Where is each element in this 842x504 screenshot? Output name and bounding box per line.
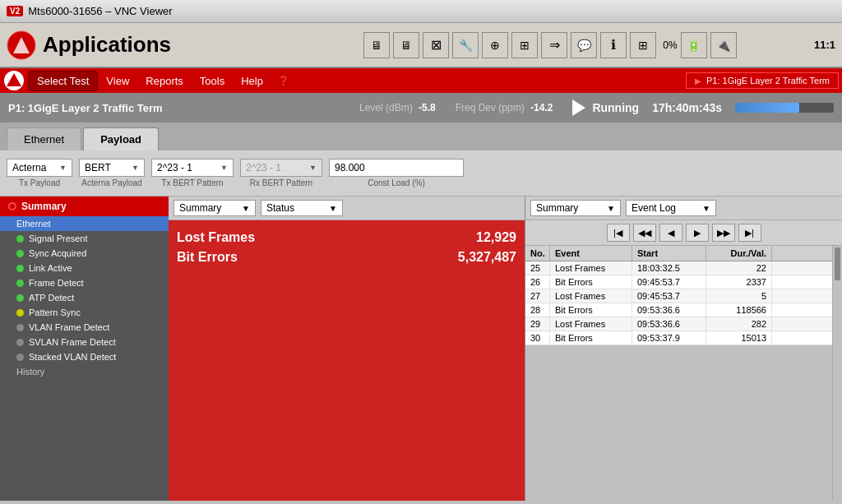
cell-dur: 2337 [706, 275, 772, 289]
acterna-payload-select[interactable]: BERT ▼ [79, 159, 145, 177]
center-status-select[interactable]: Status ▼ [261, 200, 343, 216]
toolbar-btn-screen[interactable]: 🖥 [393, 32, 419, 58]
titlebar-title: Mts6000-31656 – VNC Viewer [28, 5, 172, 17]
table-row: 28 Bit Errors 09:53:36.6 118566 [525, 303, 832, 317]
top-area: Applications 🖥 🖥 ⊠ 🔧 ⊕ ⊞ ⇒ 💬 ℹ ⊞ 0% 🔋 🔌 … [0, 23, 842, 68]
bit-errors-label: Bit Errors [177, 250, 238, 265]
cell-event: Bit Errors [550, 303, 632, 317]
cell-start: 09:45:53.7 [632, 275, 706, 289]
vlan-frame-dot [16, 324, 24, 331]
acterna-payload-col: BERT ▼ Acterna Payload [79, 159, 145, 187]
toolbar-btn-arrow[interactable]: ⇒ [541, 32, 567, 58]
nav-next-fast[interactable]: ▶▶ [712, 224, 735, 242]
right-event-log-select[interactable]: Event Log ▼ [626, 200, 716, 216]
nav-prev-fast[interactable]: ◀◀ [633, 224, 656, 242]
right-summary-select[interactable]: Summary ▼ [530, 200, 621, 216]
rx-bert-select[interactable]: 2^23 - 1 ▼ [240, 159, 322, 177]
tx-payload-select[interactable]: Acterna ▼ [7, 159, 72, 177]
titlebar: V2 Mts6000-31656 – VNC Viewer [0, 0, 842, 23]
toolbar-btn-grid2[interactable]: ⊞ [630, 32, 656, 58]
test-title: P1: 1GigE Layer 2 Traffic Term [8, 102, 359, 114]
toolbar-btn-tools[interactable]: 🔧 [452, 32, 479, 58]
lost-frames-row: Lost Frames 12,929 [177, 230, 516, 245]
pattern-sync-dot [16, 309, 24, 317]
sidebar-item-vlan-frame[interactable]: VLAN Frame Detect [0, 320, 169, 335]
svlan-frame-dot [16, 339, 24, 346]
freq-metric: Freq Dev (ppm) -14.2 [456, 102, 553, 113]
signal-present-dot [16, 235, 24, 243]
menu-item-help[interactable]: Help [233, 72, 271, 90]
tab-payload[interactable]: Payload [83, 127, 159, 150]
cell-dur: 15013 [706, 331, 772, 344]
sidebar-item-sync-acquired[interactable]: Sync Acquired [0, 246, 169, 261]
stacked-vlan-dot [16, 354, 24, 361]
lost-frames-label: Lost Frames [177, 230, 255, 245]
progress-fill [735, 103, 799, 113]
menubar: Select Test View Reports Tools Help ❓ P1… [0, 68, 842, 93]
col-header-event: Event [550, 246, 632, 261]
cell-dur: 118566 [706, 303, 772, 317]
tx-bert-select[interactable]: 2^23 - 1 ▼ [151, 159, 234, 177]
cell-event: Lost Frames [550, 261, 632, 275]
cell-start: 09:53:36.6 [632, 317, 706, 331]
nav-play[interactable]: ▶ [686, 224, 709, 242]
toolbar-btn-close[interactable]: ⊠ [423, 32, 449, 58]
sync-acquired-dot [16, 250, 24, 257]
toolbar-btn-monitor[interactable]: 🖥 [363, 32, 390, 58]
col-header-dur: Dur./Val. [706, 246, 772, 261]
center-summary-select[interactable]: Summary ▼ [173, 200, 256, 216]
toolbar-percent: 0% [663, 39, 677, 51]
help-icon: ❓ [278, 76, 289, 86]
const-load-col: Const Load (%) [329, 159, 464, 187]
cell-event: Bit Errors [550, 275, 632, 289]
nav-prev[interactable]: ◀ [659, 224, 682, 242]
toolbar-btn-info[interactable]: ℹ [600, 32, 627, 58]
toolbar-btn-expand[interactable]: ⊕ [482, 32, 508, 58]
event-controls: |◀ ◀◀ ◀ ▶ ▶▶ ▶| [525, 220, 842, 246]
app-title-area: Applications [7, 30, 286, 60]
table-row: 25 Lost Frames 18:03:32.5 22 [525, 261, 832, 275]
table-row: 29 Lost Frames 09:53:36.6 282 [525, 317, 832, 331]
const-load-label: Const Load (%) [329, 178, 464, 187]
statusbar: P1: 1GigE Layer 2 Traffic Term Level (dB… [0, 93, 842, 123]
const-load-input[interactable] [329, 159, 464, 177]
status-metrics: Level (dBm) -5.8 Freq Dev (ppm) -14.2 [359, 102, 553, 113]
right-panel-header: Summary ▼ Event Log ▼ [525, 197, 842, 220]
sidebar-item-link-active[interactable]: Link Active [0, 261, 169, 275]
tx-bert-label: Tx BERT Pattern [151, 178, 234, 187]
sidebar-item-svlan-frame[interactable]: SVLAN Frame Detect [0, 335, 169, 349]
nav-last[interactable]: ▶| [738, 224, 761, 242]
sidebar-header: Summary [0, 197, 169, 216]
sidebar-item-history[interactable]: History [0, 364, 169, 379]
tab-ethernet[interactable]: Ethernet [7, 127, 81, 150]
sidebar: Summary Ethernet Signal Present Sync Acq… [0, 197, 169, 501]
sidebar-item-frame-detect[interactable]: Frame Detect [0, 275, 169, 290]
toolbar-btn-plug[interactable]: 🔌 [710, 32, 737, 58]
sidebar-item-ethernet[interactable]: Ethernet [0, 216, 169, 231]
atp-detect-dot [16, 294, 24, 302]
sidebar-summary-label: Summary [21, 201, 67, 212]
menu-right-label: P1: 1GigE Layer 2 Traffic Term [686, 72, 839, 89]
frame-detect-dot [16, 280, 24, 287]
toolbar-btn-grid[interactable]: ⊞ [511, 32, 538, 58]
lost-frames-value: 12,929 [476, 230, 516, 245]
cell-dur: 22 [706, 261, 772, 275]
sidebar-item-atp-detect[interactable]: ATP Detect [0, 290, 169, 305]
acterna-payload-label: Acterna Payload [79, 178, 145, 187]
sidebar-item-stacked-vlan[interactable]: Stacked VLAN Detect [0, 349, 169, 364]
sidebar-item-pattern-sync[interactable]: Pattern Sync [0, 305, 169, 320]
menu-item-view[interactable]: View [98, 72, 137, 90]
running-area: Running 17h:40m:43s [572, 99, 834, 116]
menu-item-reports[interactable]: Reports [137, 72, 192, 90]
nav-first[interactable]: |◀ [607, 224, 630, 242]
tx-payload-label: Tx Payload [7, 178, 72, 187]
toolbar-btn-chat[interactable]: 💬 [571, 32, 597, 58]
menu-item-tools[interactable]: Tools [192, 72, 233, 90]
scrollbar[interactable] [832, 246, 842, 501]
sidebar-item-signal-present[interactable]: Signal Present [0, 231, 169, 246]
bit-errors-row: Bit Errors 5,327,487 [177, 250, 516, 265]
col-header-no: No. [525, 246, 550, 261]
link-active-dot [16, 265, 24, 272]
toolbar-btn-power[interactable]: 🔋 [681, 32, 707, 58]
menu-item-select-test[interactable]: Select Test [28, 71, 98, 91]
